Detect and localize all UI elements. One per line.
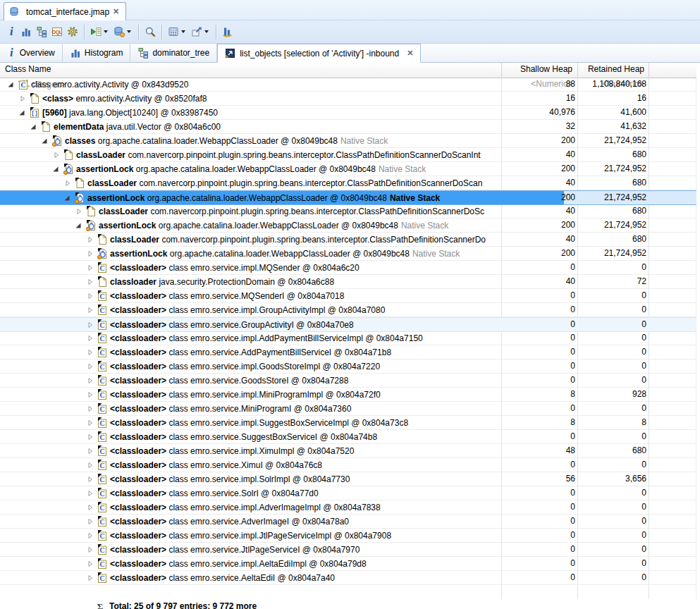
tree-row[interactable]: C<classloader> class emro.service.impl.A… bbox=[0, 557, 696, 571]
info-button[interactable]: i bbox=[5, 25, 18, 39]
expand-toggle-icon[interactable] bbox=[62, 178, 73, 189]
tree-row[interactable]: Cclass emro.activity.Activity @ 0x843d95… bbox=[0, 78, 696, 92]
heap-dump-button[interactable] bbox=[111, 25, 135, 39]
expand-toggle-icon[interactable] bbox=[85, 460, 96, 471]
tree-row[interactable]: C<classloader> class emro.service.SolrI … bbox=[0, 486, 696, 500]
expand-toggle-icon[interactable] bbox=[85, 558, 96, 570]
tree-row[interactable]: classLoader com.navercorp.pinpoint.plugi… bbox=[0, 148, 696, 162]
expand-toggle-icon[interactable] bbox=[85, 431, 96, 443]
tree-row[interactable]: C<classloader> class emro.service.impl.S… bbox=[0, 416, 696, 430]
dropdown-caret-icon[interactable] bbox=[104, 30, 108, 33]
collapse-toggle-icon[interactable] bbox=[6, 79, 17, 90]
tree-row[interactable]: [][5960] java.lang.Object[10240] @ 0x839… bbox=[0, 106, 696, 120]
tree-row[interactable]: C<classloader> class emro.service.impl.J… bbox=[0, 529, 696, 543]
tree-row[interactable]: C<classloader> class emro.service.MiniPr… bbox=[0, 402, 696, 416]
tree-row-label: assertionLock org.apache.catalina.loader… bbox=[87, 193, 440, 203]
expand-toggle-icon[interactable] bbox=[85, 403, 96, 414]
export-button[interactable] bbox=[189, 25, 212, 39]
tree-row[interactable]: C<classloader> class emro.service.MQSend… bbox=[0, 289, 696, 303]
tree-row[interactable]: C<classloader> class emro.service.Sugges… bbox=[0, 430, 696, 444]
collapse-toggle-icon[interactable] bbox=[39, 135, 51, 147]
tree-row[interactable]: C<classloader> class emro.service.AeltaE… bbox=[0, 571, 696, 585]
total-row[interactable]: Σ Total: 25 of 9 797 entries; 9 772 more bbox=[0, 599, 696, 609]
view-tab-overview[interactable]: iOverview bbox=[0, 44, 63, 62]
tree-row[interactable]: C<classloader> class emro.service.GoodsS… bbox=[0, 374, 696, 388]
expand-toggle-icon[interactable] bbox=[73, 206, 85, 217]
view-tab-list_objects[interactable]: list_objects [selection of 'Activity'] -… bbox=[217, 44, 421, 63]
expand-toggle-icon[interactable] bbox=[85, 304, 96, 316]
expand-toggle-icon[interactable] bbox=[85, 234, 96, 245]
tree-row[interactable]: C<classloader> class emro.service.JtlPag… bbox=[0, 543, 696, 557]
close-icon[interactable]: ✕ bbox=[113, 8, 119, 16]
thread-overview-button[interactable] bbox=[65, 25, 80, 39]
dropdown-caret-icon[interactable] bbox=[127, 30, 131, 33]
histogram-button[interactable] bbox=[18, 25, 34, 39]
view-tab-dominator_tree[interactable]: dominator_tree bbox=[130, 44, 217, 62]
collapse-toggle-icon[interactable] bbox=[62, 192, 73, 204]
expand-toggle-icon[interactable] bbox=[85, 572, 96, 584]
expand-toggle-icon[interactable] bbox=[85, 389, 96, 400]
expand-toggle-icon[interactable] bbox=[85, 530, 96, 541]
column-header-retained-heap[interactable]: Retained Heap bbox=[578, 62, 644, 77]
dropdown-caret-icon[interactable] bbox=[181, 30, 185, 33]
tree-row[interactable]: <class> emro.activity.Activity @ 0x8520f… bbox=[0, 92, 696, 106]
compare-button[interactable] bbox=[220, 25, 235, 39]
expand-toggle-icon[interactable] bbox=[85, 248, 96, 259]
expand-toggle-icon[interactable] bbox=[85, 276, 96, 288]
tree-row[interactable]: C<classloader> class emro.service.impl.A… bbox=[0, 331, 696, 345]
tree-row[interactable]: C<classloader> class emro.service.impl.G… bbox=[0, 359, 696, 374]
tree-row[interactable]: C<classloader> class emro.service.AddPay… bbox=[0, 345, 696, 359]
tree-row[interactable]: classes org.apache.catalina.loader.Webap… bbox=[0, 134, 696, 148]
tree-row[interactable]: classLoader com.navercorp.pinpoint.plugi… bbox=[0, 176, 696, 190]
expand-toggle-icon[interactable] bbox=[85, 347, 96, 358]
expand-toggle-icon[interactable] bbox=[85, 290, 96, 302]
tree-row[interactable]: elementData java.util.Vector @ 0x804a6c0… bbox=[0, 120, 696, 134]
column-header-class-name[interactable]: Class Name bbox=[5, 62, 51, 77]
expand-toggle-icon[interactable] bbox=[85, 488, 96, 499]
editor-tab-tomcat-interface[interactable]: tomcat_interface.jmap ✕ bbox=[4, 2, 126, 20]
tree-row[interactable]: assertionLock org.apache.catalina.loader… bbox=[0, 162, 696, 176]
tree-row[interactable]: classLoader com.navercorp.pinpoint.plugi… bbox=[0, 204, 696, 219]
dropdown-caret-icon[interactable] bbox=[204, 30, 209, 33]
tree-row[interactable]: C<classloader> class emro.service.impl.S… bbox=[0, 472, 696, 486]
tree-row[interactable]: classloader java.security.ProtectionDoma… bbox=[0, 275, 696, 289]
expand-toggle-icon[interactable] bbox=[85, 333, 96, 344]
expand-toggle-icon[interactable] bbox=[85, 375, 96, 386]
expand-toggle-icon[interactable] bbox=[17, 93, 28, 104]
expand-toggle-icon[interactable] bbox=[85, 262, 96, 273]
collapse-toggle-icon[interactable] bbox=[28, 121, 39, 133]
search-button[interactable] bbox=[142, 25, 158, 39]
expand-toggle-icon[interactable] bbox=[85, 544, 96, 555]
oql-button[interactable]: OQL bbox=[49, 25, 65, 39]
expand-toggle-icon[interactable] bbox=[85, 445, 96, 457]
collapse-toggle-icon[interactable] bbox=[17, 107, 28, 118]
expand-toggle-icon[interactable] bbox=[85, 516, 96, 527]
tree-row[interactable]: assertionLock org.apache.catalina.loader… bbox=[0, 190, 696, 205]
collapse-toggle-icon[interactable] bbox=[73, 220, 85, 231]
column-header-shallow-heap[interactable]: Shallow Heap bbox=[502, 62, 572, 77]
expand-toggle-icon[interactable] bbox=[51, 149, 62, 161]
dominator-tree-button[interactable] bbox=[34, 25, 49, 39]
tree-row[interactable]: C<classloader> class emro.service.impl.M… bbox=[0, 261, 696, 275]
collapse-toggle-icon[interactable] bbox=[51, 164, 62, 175]
tree-row[interactable]: C<classloader> class emro.service.impl.G… bbox=[0, 303, 696, 317]
expand-toggle-icon[interactable] bbox=[85, 417, 96, 429]
svg-text:C: C bbox=[99, 264, 105, 272]
expand-toggle-icon[interactable] bbox=[85, 319, 96, 331]
expand-toggle-icon[interactable] bbox=[85, 474, 96, 485]
query-browser-button[interactable] bbox=[88, 25, 111, 39]
tree-row[interactable]: C<classloader> class emro.service.GroupA… bbox=[0, 317, 696, 332]
tree-row[interactable]: C<classloader> class emro.service.impl.X… bbox=[0, 444, 696, 458]
expand-toggle-icon[interactable] bbox=[85, 361, 96, 372]
view-tab-histogram[interactable]: Histogram bbox=[63, 44, 131, 62]
tree-row[interactable]: classLoader com.navercorp.pinpoint.plugi… bbox=[0, 233, 696, 247]
tree-row[interactable]: assertionLock org.apache.catalina.loader… bbox=[0, 219, 696, 233]
tree-row[interactable]: assertionLock org.apache.catalina.loader… bbox=[0, 247, 696, 261]
calculator-button[interactable] bbox=[166, 25, 189, 39]
expand-toggle-icon[interactable] bbox=[85, 502, 96, 513]
close-icon[interactable]: ✕ bbox=[407, 49, 413, 57]
tree-row[interactable]: C<classloader> class emro.service.impl.A… bbox=[0, 500, 696, 515]
tree-row[interactable]: C<classloader> class emro.service.AdverI… bbox=[0, 515, 696, 529]
tree-row[interactable]: C<classloader> class emro.service.impl.M… bbox=[0, 388, 696, 402]
tree-row[interactable]: C<classloader> class emro.service.XimuI … bbox=[0, 458, 696, 472]
